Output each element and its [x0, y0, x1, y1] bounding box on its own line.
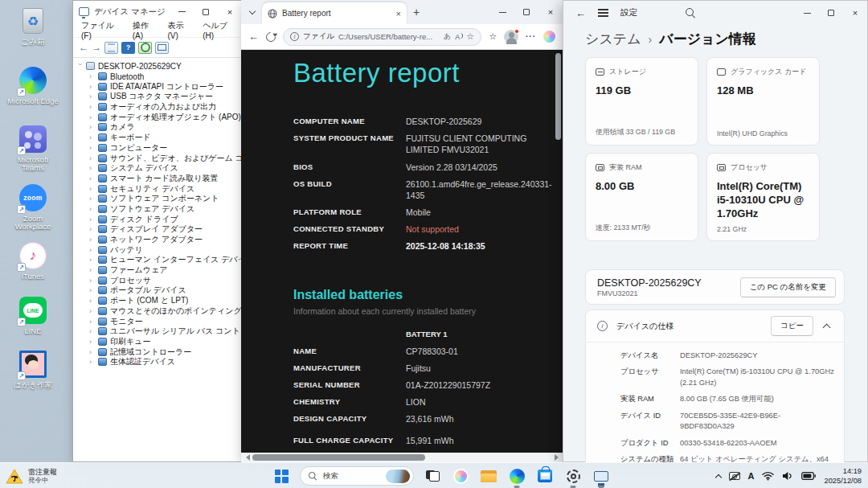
menu-help[interactable]: ヘルプ(H): [199, 18, 242, 42]
device-tree-item[interactable]: › 生体認証デバイス: [73, 357, 242, 367]
profile-avatar[interactable]: [504, 30, 518, 44]
device-tree-item[interactable]: › USB コネクタ マネージャー: [73, 92, 242, 102]
desktop-icon-recycle-bin[interactable]: ♻ ごみ箱: [6, 6, 59, 46]
microsoft-store-button[interactable]: [535, 466, 555, 486]
device-manager-button[interactable]: [592, 466, 611, 486]
desktop-icon-zoom[interactable]: zoom↗ Zoom Workplace: [6, 183, 59, 232]
chevron-collapsed-icon[interactable]: ›: [89, 338, 95, 346]
device-tree-item[interactable]: › 記憶域コントローラー: [73, 347, 242, 357]
desktop-icon-teams[interactable]: ↗ Microsoft Teams: [6, 125, 59, 173]
taskbar-clock[interactable]: 14:19 2025/12/08: [824, 466, 862, 486]
new-tab-button[interactable]: +: [413, 6, 420, 18]
translate-icon[interactable]: あ: [444, 31, 451, 42]
ime-mode-indicator[interactable]: A: [748, 471, 755, 481]
close-button[interactable]: ×: [538, 0, 563, 24]
file-explorer-button[interactable]: [479, 466, 498, 486]
device-tree-item[interactable]: › IDE ATA/ATAPI コントローラー: [73, 81, 242, 92]
forward-icon[interactable]: →: [92, 42, 101, 53]
chevron-collapsed-icon[interactable]: ›: [89, 144, 95, 152]
chevron-collapsed-icon[interactable]: ›: [89, 297, 95, 305]
chevron-collapsed-icon[interactable]: ›: [89, 92, 95, 100]
device-tree-item[interactable]: › キーボード: [73, 133, 242, 143]
read-aloud-icon[interactable]: A: [455, 33, 462, 41]
volume-icon[interactable]: [782, 471, 793, 481]
maximize-button[interactable]: [819, 1, 843, 25]
chevron-collapsed-icon[interactable]: ›: [89, 277, 95, 285]
device-tree-item[interactable]: › ユニバーサル シリアル バス コントローラー: [73, 326, 242, 337]
wifi-icon[interactable]: [762, 471, 774, 481]
copy-button[interactable]: コピー: [771, 316, 813, 336]
chevron-collapsed-icon[interactable]: ›: [89, 286, 95, 294]
breadcrumb-system[interactable]: システム: [585, 30, 641, 48]
minimize-button[interactable]: [795, 1, 819, 25]
device-tree-item[interactable]: › オーディオ処理オブジェクト (APO): [73, 112, 242, 122]
chevron-collapsed-icon[interactable]: ›: [89, 83, 95, 91]
device-tree-item[interactable]: › カメラ: [73, 122, 242, 133]
chevron-collapsed-icon[interactable]: ›: [89, 225, 95, 233]
page-info-icon[interactable]: i: [290, 32, 299, 41]
chevron-collapsed-icon[interactable]: ›: [89, 256, 95, 264]
menu-action[interactable]: 操作(A): [129, 18, 163, 42]
chevron-collapsed-icon[interactable]: ›: [89, 266, 95, 274]
edge-button[interactable]: [507, 466, 526, 486]
device-tree-item[interactable]: › マウスとそのほかのポインティング デバイス: [73, 306, 242, 317]
device-tree-item[interactable]: › コンピューター: [73, 143, 242, 154]
device-tree-item[interactable]: › 印刷キュー: [73, 337, 242, 347]
chevron-collapsed-icon[interactable]: ›: [89, 154, 95, 162]
favorites-icon[interactable]: ☆: [489, 31, 497, 42]
rename-pc-button[interactable]: この PC の名前を変更: [740, 277, 836, 297]
device-tree-item[interactable]: › ファームウェア: [73, 265, 242, 276]
back-icon[interactable]: ←: [248, 31, 259, 43]
device-tree-item[interactable]: › バッテリ: [73, 244, 242, 255]
chevron-collapsed-icon[interactable]: ›: [89, 318, 95, 326]
chevron-collapsed-icon[interactable]: ›: [89, 327, 95, 335]
vertical-scrollbar-thumb[interactable]: [555, 53, 561, 140]
chevron-collapsed-icon[interactable]: ›: [89, 103, 95, 111]
device-tree-item[interactable]: › オーディオの入力および出力: [73, 102, 242, 113]
desktop-icon-photo-app[interactable]: ↗ はがき作家: [6, 350, 59, 389]
copilot-icon[interactable]: [543, 31, 555, 43]
refresh-icon[interactable]: [264, 30, 278, 43]
weather-widget[interactable]: 雷注意報 発令中: [6, 463, 57, 488]
chevron-collapsed-icon[interactable]: ›: [89, 123, 95, 131]
device-tree-item[interactable]: › ポータブル デバイス: [73, 285, 242, 296]
maximize-button[interactable]: [514, 0, 538, 24]
settings-button[interactable]: [563, 466, 583, 486]
device-tree-item[interactable]: › ソフトウェア コンポーネント: [73, 194, 242, 204]
device-tree-item[interactable]: › ポート (COM と LPT): [73, 296, 242, 306]
chevron-collapsed-icon[interactable]: ›: [89, 72, 95, 80]
device-tree-item[interactable]: › ヒューマン インターフェイス デバイス: [73, 255, 242, 265]
tab-close-icon[interactable]: ×: [396, 9, 401, 18]
chevron-collapsed-icon[interactable]: ›: [89, 113, 95, 121]
chevron-collapsed-icon[interactable]: ›: [89, 185, 95, 193]
search-icon[interactable]: [686, 8, 696, 18]
device-tree-item[interactable]: › セキュリティ デバイス: [73, 183, 242, 194]
tab-search-button[interactable]: [246, 6, 259, 18]
battery-icon[interactable]: [801, 472, 816, 480]
start-button[interactable]: [272, 466, 291, 486]
device-tree-item[interactable]: › ネットワーク アダプター: [73, 235, 242, 245]
copilot-button[interactable]: [451, 466, 470, 486]
chevron-collapsed-icon[interactable]: ›: [89, 195, 95, 203]
chevron-collapsed-icon[interactable]: ›: [89, 236, 95, 244]
menu-file[interactable]: ファイル(F): [77, 18, 128, 42]
chevron-up-icon[interactable]: [823, 323, 831, 331]
address-bar[interactable]: i ファイル C:/Users/USER/battery-re... あ A ☆: [283, 28, 481, 46]
desktop-icon-edge[interactable]: ↗ Microsoft Edge: [6, 66, 59, 105]
taskbar-search-box[interactable]: 検索: [300, 466, 414, 486]
back-icon[interactable]: ←: [79, 42, 88, 53]
device-tree-item[interactable]: › スマート カード読み取り装置: [73, 174, 242, 184]
device-tree-item[interactable]: › ディスプレイ アダプター: [73, 224, 242, 235]
minimize-button[interactable]: [490, 0, 514, 24]
camera-off-icon[interactable]: [729, 472, 740, 480]
menu-view[interactable]: 表示(V): [163, 18, 198, 42]
scroll-right-icon[interactable]: [553, 454, 563, 461]
chevron-collapsed-icon[interactable]: ›: [89, 358, 95, 366]
chevron-collapsed-icon[interactable]: ›: [89, 164, 95, 172]
device-tree-item[interactable]: › モニター: [73, 316, 242, 326]
chevron-collapsed-icon[interactable]: ›: [89, 205, 95, 213]
favorite-star-icon[interactable]: ☆: [466, 31, 474, 42]
chevron-collapsed-icon[interactable]: ›: [89, 133, 95, 141]
chevron-collapsed-icon[interactable]: ›: [89, 246, 95, 254]
horizontal-scrollbar[interactable]: [241, 453, 563, 462]
